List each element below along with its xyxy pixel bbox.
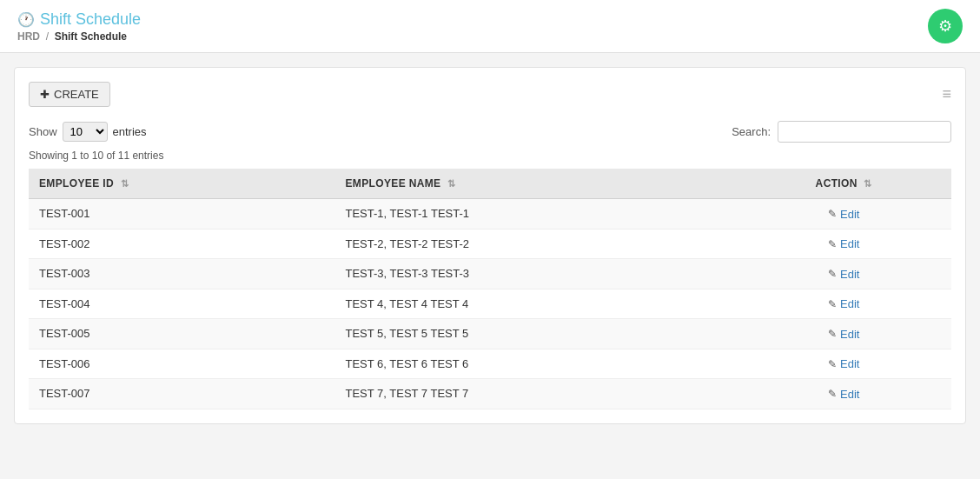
page-title: 🕐 Shift Schedule bbox=[17, 10, 141, 29]
menu-icon[interactable]: ≡ bbox=[942, 85, 951, 103]
toolbar: ✚ CREATE ≡ bbox=[29, 82, 951, 107]
search-input[interactable] bbox=[778, 121, 951, 143]
table-body: TEST-001TEST-1, TEST-1 TEST-1✎EditTEST-0… bbox=[29, 199, 951, 409]
entries-left: Show 10 25 50 100 entries bbox=[29, 122, 147, 142]
table-row: TEST-003TEST-3, TEST-3 TEST-3✎Edit bbox=[29, 259, 951, 289]
entries-label: entries bbox=[113, 125, 147, 138]
create-label: CREATE bbox=[54, 88, 99, 101]
show-label: Show bbox=[29, 125, 57, 138]
table-header: EMPLOYEE ID ⇅ EMPLOYEE NAME ⇅ ACTION ⇅ bbox=[29, 169, 951, 199]
breadcrumb-current: Shift Schedule bbox=[55, 30, 127, 43]
edit-link[interactable]: ✎Edit bbox=[828, 357, 859, 370]
gear-button[interactable]: ⚙ bbox=[928, 9, 963, 43]
clock-icon: 🕐 bbox=[17, 11, 35, 28]
entries-select[interactable]: 10 25 50 100 bbox=[63, 122, 108, 142]
cell-employee-name: TEST 4, TEST 4 TEST 4 bbox=[334, 289, 736, 319]
edit-link[interactable]: ✎Edit bbox=[828, 268, 859, 281]
cell-action: ✎Edit bbox=[736, 349, 951, 379]
edit-icon: ✎ bbox=[828, 388, 837, 400]
cell-employee-name: TEST 6, TEST 6 TEST 6 bbox=[334, 349, 736, 379]
cell-employee-id: TEST-006 bbox=[29, 349, 334, 379]
create-button[interactable]: ✚ CREATE bbox=[29, 82, 110, 107]
cell-employee-id: TEST-005 bbox=[29, 319, 334, 349]
edit-icon: ✎ bbox=[828, 208, 837, 220]
create-plus-icon: ✚ bbox=[40, 88, 50, 101]
edit-link[interactable]: ✎Edit bbox=[828, 208, 859, 221]
edit-label: Edit bbox=[840, 357, 859, 370]
col-action-label: ACTION bbox=[816, 177, 858, 190]
showing-info: Showing 1 to 10 of 11 entries bbox=[29, 150, 951, 162]
col-employee-name-label: EMPLOYEE NAME bbox=[345, 177, 440, 190]
cell-action: ✎Edit bbox=[736, 319, 951, 349]
data-table: EMPLOYEE ID ⇅ EMPLOYEE NAME ⇅ ACTION ⇅ T… bbox=[29, 169, 951, 409]
cell-action: ✎Edit bbox=[736, 289, 951, 319]
edit-label: Edit bbox=[840, 237, 859, 250]
edit-icon: ✎ bbox=[828, 238, 837, 250]
cell-employee-id: TEST-001 bbox=[29, 199, 334, 230]
breadcrumb-parent[interactable]: HRD bbox=[17, 30, 40, 43]
cell-employee-name: TEST 5, TEST 5 TEST 5 bbox=[334, 319, 736, 349]
cell-employee-id: TEST-002 bbox=[29, 229, 334, 259]
edit-label: Edit bbox=[840, 328, 859, 341]
col-employee-id[interactable]: EMPLOYEE ID ⇅ bbox=[29, 169, 334, 199]
cell-employee-id: TEST-004 bbox=[29, 289, 334, 319]
edit-label: Edit bbox=[840, 297, 859, 310]
table-row: TEST-002TEST-2, TEST-2 TEST-2✎Edit bbox=[29, 229, 951, 259]
cell-employee-name: TEST 7, TEST 7 TEST 7 bbox=[334, 379, 736, 409]
col-action[interactable]: ACTION ⇅ bbox=[736, 169, 951, 199]
cell-employee-name: TEST-1, TEST-1 TEST-1 bbox=[334, 199, 736, 230]
edit-label: Edit bbox=[840, 208, 859, 221]
search-label: Search: bbox=[732, 125, 771, 138]
cell-employee-id: TEST-007 bbox=[29, 379, 334, 409]
cell-action: ✎Edit bbox=[736, 229, 951, 259]
edit-label: Edit bbox=[840, 268, 859, 281]
table-row: TEST-004TEST 4, TEST 4 TEST 4✎Edit bbox=[29, 289, 951, 319]
edit-link[interactable]: ✎Edit bbox=[828, 328, 859, 341]
edit-icon: ✎ bbox=[828, 328, 837, 340]
edit-icon: ✎ bbox=[828, 268, 837, 280]
edit-link[interactable]: ✎Edit bbox=[828, 237, 859, 250]
col-employee-name[interactable]: EMPLOYEE NAME ⇅ bbox=[334, 169, 736, 199]
cell-employee-name: TEST-3, TEST-3 TEST-3 bbox=[334, 259, 736, 289]
entries-row: Show 10 25 50 100 entries Search: bbox=[29, 121, 951, 143]
table-header-row: EMPLOYEE ID ⇅ EMPLOYEE NAME ⇅ ACTION ⇅ bbox=[29, 169, 951, 199]
entries-right: Search: bbox=[732, 121, 951, 143]
sort-icon-employee-id: ⇅ bbox=[121, 178, 129, 189]
table-row: TEST-001TEST-1, TEST-1 TEST-1✎Edit bbox=[29, 199, 951, 230]
cell-action: ✎Edit bbox=[736, 379, 951, 409]
cell-employee-name: TEST-2, TEST-2 TEST-2 bbox=[334, 229, 736, 259]
table-row: TEST-005TEST 5, TEST 5 TEST 5✎Edit bbox=[29, 319, 951, 349]
col-employee-id-label: EMPLOYEE ID bbox=[39, 177, 114, 190]
header: 🕐 Shift Schedule HRD / Shift Schedule ⚙ bbox=[0, 0, 980, 53]
table-row: TEST-007TEST 7, TEST 7 TEST 7✎Edit bbox=[29, 379, 951, 409]
edit-link[interactable]: ✎Edit bbox=[828, 388, 859, 401]
cell-action: ✎Edit bbox=[736, 199, 951, 230]
gear-icon: ⚙ bbox=[938, 17, 952, 36]
sort-icon-employee-name: ⇅ bbox=[447, 178, 455, 189]
table-row: TEST-006TEST 6, TEST 6 TEST 6✎Edit bbox=[29, 349, 951, 379]
edit-icon: ✎ bbox=[828, 358, 837, 370]
page-title-text: Shift Schedule bbox=[40, 10, 141, 29]
cell-action: ✎Edit bbox=[736, 259, 951, 289]
header-left: 🕐 Shift Schedule HRD / Shift Schedule bbox=[17, 10, 141, 43]
edit-icon: ✎ bbox=[828, 298, 837, 310]
edit-link[interactable]: ✎Edit bbox=[828, 297, 859, 310]
edit-label: Edit bbox=[840, 388, 859, 401]
sort-icon-action: ⇅ bbox=[864, 178, 871, 189]
cell-employee-id: TEST-003 bbox=[29, 259, 334, 289]
breadcrumb: HRD / Shift Schedule bbox=[17, 30, 141, 43]
main-content: ✚ CREATE ≡ Show 10 25 50 100 entries Sea… bbox=[14, 67, 966, 424]
